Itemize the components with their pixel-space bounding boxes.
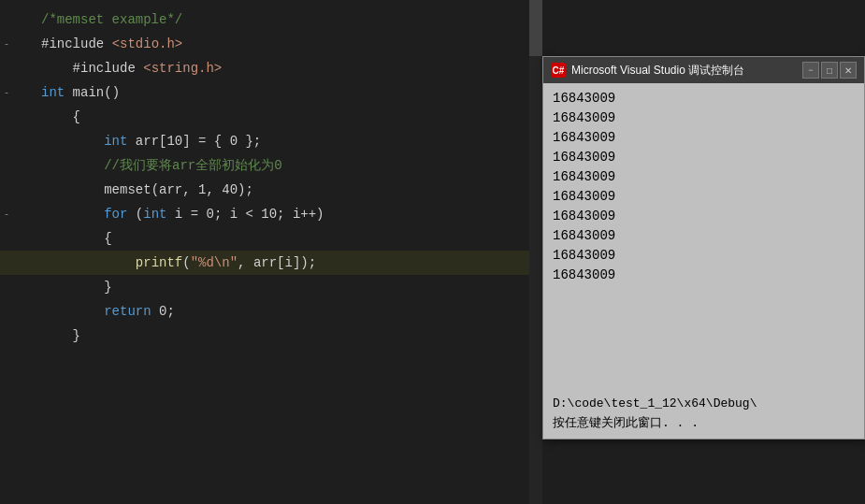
function-token: printf — [136, 255, 182, 270]
code-content: memset(arr, 1, 40); — [34, 178, 542, 202]
console-title: Microsoft Visual Studio 调试控制台 — [571, 63, 797, 79]
titlebar-buttons: － □ ✕ — [802, 62, 857, 79]
console-output-line: 16843009 — [553, 207, 855, 226]
maximize-button[interactable]: □ — [821, 62, 838, 79]
code-content: #include <string.h> — [34, 56, 542, 80]
keyword-token: for — [104, 207, 127, 222]
line-gutter: - — [0, 32, 34, 56]
string-token: <stdio.h> — [112, 36, 183, 51]
code-line: #include <string.h> — [0, 56, 542, 80]
keyword-token: return — [104, 304, 151, 319]
collapse-marker[interactable]: - — [2, 88, 11, 97]
code-editor[interactable]: /*memset example*/ - #include <stdio.h> … — [0, 0, 542, 504]
console-output-line: 16843009 — [553, 108, 855, 128]
plain-token: memset(arr, 1, 40); — [104, 182, 253, 197]
plain-token: 0; — [151, 304, 175, 319]
code-content: int arr[10] = { 0 }; — [34, 129, 542, 153]
line-gutter — [0, 324, 34, 348]
code-content: //我们要将arr全部初始化为0 — [34, 153, 542, 178]
preprocessor-token: #include — [41, 36, 112, 51]
line-gutter — [0, 299, 34, 324]
console-output-line: 16843009 — [553, 187, 855, 207]
line-gutter — [0, 251, 34, 275]
plain-token: } — [73, 328, 80, 343]
code-line: { — [0, 226, 542, 251]
keyword-token: int — [143, 207, 166, 222]
code-line: - int main() — [0, 80, 542, 105]
keyword-token: int — [41, 85, 65, 100]
code-content: } — [34, 324, 542, 348]
line-gutter — [0, 275, 34, 299]
code-content: } — [34, 275, 542, 299]
code-content: for (int i = 0; i < 10; i++) — [34, 202, 542, 226]
code-line: return 0; — [0, 299, 542, 324]
console-window: C# Microsoft Visual Studio 调试控制台 － □ ✕ 1… — [542, 56, 865, 439]
console-output-line: 16843009 — [553, 89, 855, 108]
comment-token: //我们要将arr全部初始化为0 — [41, 158, 282, 173]
line-gutter — [0, 56, 34, 80]
code-content: printf("%d\n", arr[i]); — [34, 251, 542, 275]
code-line: - for (int i = 0; i < 10; i++) — [0, 202, 542, 226]
line-gutter — [0, 105, 34, 129]
code-content: { — [34, 105, 542, 129]
string-token: <string.h> — [143, 61, 222, 76]
console-prompt-line: 按任意键关闭此窗口. . . — [553, 413, 855, 433]
code-content: return 0; — [34, 299, 542, 324]
line-gutter — [0, 226, 34, 251]
code-line: /*memset example*/ — [0, 7, 542, 32]
plain-token: { — [104, 231, 111, 246]
console-path-line: D:\code\test_1_12\x64\Debug\ — [553, 394, 855, 413]
close-button[interactable]: ✕ — [840, 62, 857, 79]
code-content: /*memset example*/ — [34, 7, 542, 32]
preprocessor-token: #include — [73, 61, 144, 76]
collapse-marker[interactable]: - — [2, 39, 11, 49]
line-gutter — [0, 178, 34, 202]
minimize-button[interactable]: － — [802, 62, 819, 79]
code-line: //我们要将arr全部初始化为0 — [0, 153, 542, 178]
code-line: { — [0, 105, 542, 129]
line-gutter — [0, 129, 34, 153]
collapse-marker[interactable]: - — [2, 209, 11, 219]
line-gutter — [0, 153, 34, 178]
plain-token: , arr[i]); — [238, 255, 316, 270]
plain-token: { — [73, 109, 80, 124]
console-footer: D:\code\test_1_12\x64\Debug\ 按任意键关闭此窗口. … — [543, 390, 864, 439]
console-output-line: 16843009 — [553, 246, 855, 266]
code-line: } — [0, 324, 542, 348]
plain-token: ( — [182, 255, 190, 270]
plain-token: i = 0; i < 10; i++) — [166, 207, 324, 222]
code-content: #include <stdio.h> — [34, 32, 542, 56]
code-line: int arr[10] = { 0 }; — [0, 129, 542, 153]
code-content: { — [34, 226, 542, 251]
keyword-token: int — [104, 134, 127, 149]
code-line: } — [0, 275, 542, 299]
console-output-line: 16843009 — [553, 128, 855, 148]
console-output-line: 16843009 — [553, 148, 855, 167]
console-body: 16843009 16843009 16843009 16843009 1684… — [543, 83, 864, 390]
code-line: memset(arr, 1, 40); — [0, 178, 542, 202]
console-output-line: 16843009 — [553, 167, 855, 187]
icon-label: C# — [553, 65, 565, 76]
plain-token: ( — [127, 207, 143, 222]
scrollbar-thumb[interactable] — [529, 0, 542, 56]
console-output-line: 16843009 — [553, 226, 855, 246]
code-line: - #include <stdio.h> — [0, 32, 542, 56]
code-area: /*memset example*/ - #include <stdio.h> … — [0, 0, 542, 355]
line-gutter: - — [0, 80, 34, 105]
string-token: "%d\n" — [191, 255, 238, 270]
console-app-icon: C# — [551, 63, 566, 78]
comment-token: /*memset example*/ — [41, 12, 182, 27]
line-gutter — [0, 7, 34, 32]
plain-token: } — [104, 280, 111, 295]
editor-scrollbar[interactable] — [529, 0, 542, 504]
line-gutter: - — [0, 202, 34, 226]
console-titlebar: C# Microsoft Visual Studio 调试控制台 － □ ✕ — [543, 57, 864, 83]
console-output-line: 16843009 — [553, 266, 855, 285]
plain-token: main() — [65, 85, 120, 100]
plain-token: arr[10] = { 0 }; — [127, 134, 261, 149]
code-content: int main() — [34, 80, 542, 105]
code-line-highlighted: printf("%d\n", arr[i]); — [0, 251, 542, 275]
